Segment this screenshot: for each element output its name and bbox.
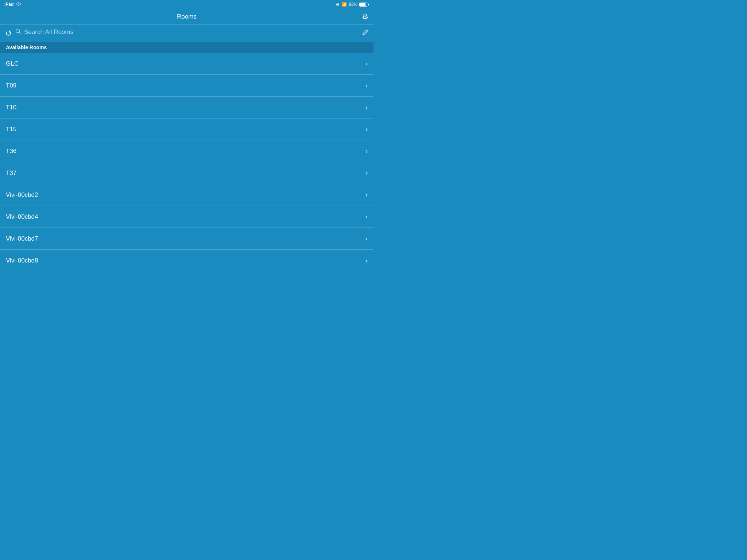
- status-left: iPad: [4, 2, 22, 7]
- chevron-right-icon: ›: [365, 82, 368, 89]
- room-name: T37: [6, 170, 16, 177]
- room-name: Vivi-00cbd8: [6, 257, 38, 264]
- wifi-icon: [16, 2, 22, 7]
- room-item[interactable]: Vivi-00cbd4 ›: [0, 206, 374, 228]
- chevron-right-icon: ›: [365, 60, 368, 67]
- room-name: Vivi-00cbd2: [6, 191, 38, 199]
- room-list: GLC › T09 › T10 › T15 › T36 › T37 › Vivi…: [0, 53, 374, 272]
- svg-point-0: [16, 29, 20, 33]
- svg-line-1: [19, 32, 21, 34]
- search-input[interactable]: [24, 28, 358, 36]
- edit-icon[interactable]: [362, 29, 368, 38]
- room-name: Vivi-00cbd7: [6, 235, 38, 242]
- room-name: Vivi-00cbd4: [6, 213, 38, 221]
- gear-icon[interactable]: ⚙: [362, 12, 368, 21]
- room-item[interactable]: Vivi-00cbd2 ›: [0, 184, 374, 206]
- bluetooth-icon: 📶: [341, 2, 347, 7]
- chevron-right-icon: ›: [365, 235, 368, 242]
- room-name: T10: [6, 104, 16, 111]
- section-header: Available Rooms: [0, 42, 374, 53]
- search-wrapper: [15, 28, 358, 38]
- chevron-right-icon: ›: [365, 213, 368, 221]
- chevron-right-icon: ›: [365, 257, 368, 265]
- chevron-right-icon: ›: [365, 147, 368, 155]
- room-item[interactable]: Vivi-00cbd8 ›: [0, 250, 374, 272]
- nav-bar: Rooms ⚙: [0, 9, 374, 25]
- battery-percentage: 93%: [349, 2, 357, 7]
- location-icon: ⊕: [336, 2, 340, 7]
- chevron-right-icon: ›: [365, 104, 368, 111]
- page-title: Rooms: [177, 13, 197, 20]
- room-item[interactable]: T36 ›: [0, 140, 374, 162]
- status-right: ⊕ 📶 93%: [336, 2, 369, 7]
- status-bar: iPad ⊕ 📶 93%: [0, 0, 374, 9]
- search-bar-container: ↺: [0, 25, 374, 42]
- battery-icon: [359, 3, 369, 7]
- room-name: T36: [6, 148, 16, 155]
- room-item[interactable]: T09 ›: [0, 75, 374, 97]
- refresh-icon[interactable]: ↺: [5, 29, 12, 38]
- chevron-right-icon: ›: [365, 169, 368, 177]
- room-name: T09: [6, 82, 16, 89]
- search-icon: [15, 28, 21, 36]
- room-item[interactable]: T15 ›: [0, 118, 374, 140]
- chevron-right-icon: ›: [365, 191, 368, 199]
- section-header-label: Available Rooms: [6, 44, 47, 50]
- chevron-right-icon: ›: [365, 125, 368, 133]
- room-name: GLC: [6, 60, 19, 67]
- room-item[interactable]: GLC ›: [0, 53, 374, 75]
- room-item[interactable]: Vivi-00cbd7 ›: [0, 228, 374, 250]
- device-label: iPad: [4, 2, 13, 7]
- room-name: T15: [6, 126, 16, 133]
- room-item[interactable]: T10 ›: [0, 97, 374, 118]
- room-item[interactable]: T37 ›: [0, 162, 374, 184]
